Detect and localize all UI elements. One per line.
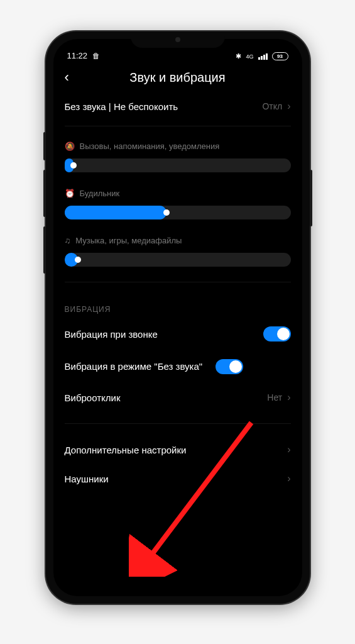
chevron-right-icon: › bbox=[287, 444, 290, 455]
status-time: 11:22 bbox=[67, 51, 88, 60]
back-button[interactable]: ‹ bbox=[65, 69, 80, 86]
divider bbox=[65, 423, 291, 424]
slider-alarm: ⏰ Будильник bbox=[65, 179, 291, 226]
row-silent-dnd[interactable]: Без звука | Не беспокоить Откл › bbox=[65, 92, 291, 121]
slider-media: ♫ Музыка, игры, медиафайлы bbox=[65, 226, 291, 273]
toggle-vibrate-on-call[interactable] bbox=[263, 326, 291, 341]
music-icon: ♫ bbox=[65, 236, 71, 245]
row-label: Виброотклик bbox=[65, 392, 268, 403]
slider-calls: 🔕 Вызовы, напоминания, уведомления bbox=[65, 131, 291, 179]
row-haptic-feedback[interactable]: Виброотклик Нет › bbox=[65, 383, 291, 412]
alarm-icon: ⏰ bbox=[65, 189, 75, 198]
slider-thumb[interactable] bbox=[163, 209, 170, 216]
slider-label: Музыка, игры, медиафайлы bbox=[75, 236, 182, 245]
slider-thumb[interactable] bbox=[70, 162, 77, 169]
row-value: Откл bbox=[262, 101, 282, 111]
trash-icon: 🗑 bbox=[92, 52, 100, 60]
battery-icon: 93 bbox=[272, 52, 288, 60]
divider bbox=[65, 126, 291, 126]
row-label: Вибрация при звонке bbox=[65, 329, 263, 340]
slider-label: Будильник bbox=[80, 189, 120, 198]
slider-media-track[interactable] bbox=[65, 253, 291, 267]
row-headphones[interactable]: Наушники › bbox=[65, 464, 291, 493]
row-vibrate-on-call[interactable]: Вибрация при звонке bbox=[65, 318, 291, 350]
slider-calls-track[interactable] bbox=[65, 158, 291, 172]
toggle-vibrate-on-silent[interactable] bbox=[216, 359, 243, 374]
chevron-right-icon: › bbox=[287, 101, 290, 112]
notch bbox=[131, 31, 225, 48]
slider-alarm-track[interactable] bbox=[65, 206, 291, 219]
divider bbox=[65, 282, 291, 282]
row-advanced-settings[interactable]: Дополнительные настройки › bbox=[65, 435, 291, 464]
network-label: 4G bbox=[246, 53, 253, 60]
slider-fill bbox=[65, 206, 167, 219]
side-button bbox=[43, 132, 46, 160]
bluetooth-icon: ✱ bbox=[236, 52, 241, 60]
signal-icon bbox=[258, 53, 268, 60]
row-label: Наушники bbox=[65, 474, 288, 484]
row-vibrate-on-silent[interactable]: Вибрация в режиме "Без звука" bbox=[65, 350, 291, 383]
phone-frame: 11:22 🗑 ✱ 4G 93 ‹ Звук и вибрация Без зв… bbox=[46, 31, 310, 604]
section-heading-vibration: ВИБРАЦИЯ bbox=[65, 287, 291, 318]
slider-thumb[interactable] bbox=[75, 257, 81, 263]
bell-off-icon: 🔕 bbox=[65, 142, 75, 151]
row-label: Вибрация в режиме "Без звука" bbox=[65, 360, 216, 373]
row-label: Дополнительные настройки bbox=[65, 445, 288, 455]
slider-label: Вызовы, напоминания, уведомления bbox=[80, 142, 220, 151]
row-value: Нет bbox=[267, 392, 282, 402]
header: ‹ Звук и вибрация bbox=[53, 60, 302, 92]
side-button bbox=[43, 226, 46, 274]
screen: 11:22 🗑 ✱ 4G 93 ‹ Звук и вибрация Без зв… bbox=[53, 39, 302, 596]
chevron-right-icon: › bbox=[287, 392, 290, 403]
chevron-right-icon: › bbox=[287, 473, 290, 484]
side-button bbox=[43, 170, 46, 217]
row-label: Без звука | Не беспокоить bbox=[65, 101, 263, 112]
page-title: Звук и вибрация bbox=[80, 70, 291, 85]
side-button bbox=[310, 170, 312, 226]
